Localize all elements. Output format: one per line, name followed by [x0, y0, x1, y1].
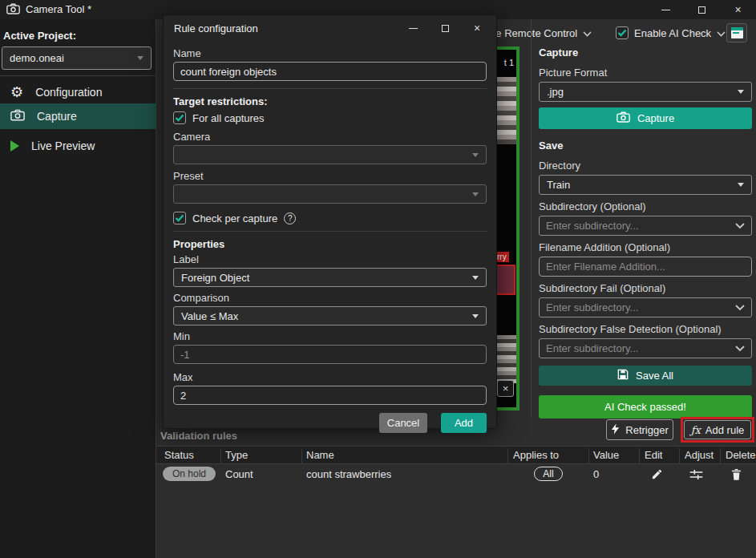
dialog-title: Rule configuration	[174, 22, 258, 34]
delete-button[interactable]	[731, 468, 742, 483]
edit-button[interactable]	[651, 468, 663, 483]
divider	[173, 231, 487, 232]
checkbox-checked-icon[interactable]	[616, 26, 629, 39]
sidebar-divider	[0, 75, 156, 76]
rule-name: count strawberries	[306, 468, 391, 480]
lightning-icon	[611, 423, 620, 437]
rules-table-header: Status Type Name Applies to Value Edit A…	[156, 446, 756, 464]
capture-save-panel: Capture Picture Format .jpg Capture Save…	[539, 46, 752, 418]
label-label: Label	[173, 253, 487, 265]
add-rule-button[interactable]: ƒx Add rule	[684, 420, 751, 439]
comparison-select-value: Value ≤ Max	[181, 310, 238, 322]
close-icon: ×	[474, 22, 480, 34]
chevron-down-icon	[583, 27, 592, 39]
gear-icon: ⚙	[10, 85, 23, 99]
save-all-button[interactable]: Save All	[539, 366, 752, 386]
col-edit: Edit	[645, 449, 662, 461]
filename-addition-input[interactable]	[539, 257, 752, 277]
ai-check-status-badge: AI Check passed!	[539, 395, 752, 418]
sidebar: Active Project: demo.oneai ⚙ Configurati…	[0, 19, 156, 558]
filename-addition-field-wrap	[539, 257, 752, 277]
add-button[interactable]: Add	[441, 413, 487, 433]
col-value: Value	[593, 449, 619, 461]
sidebar-item-capture[interactable]: Capture	[0, 103, 156, 129]
col-adjust: Adjust	[685, 449, 714, 461]
subdirectory-false-detection-combo[interactable]: Enter subdirectory...	[539, 338, 752, 358]
label-select[interactable]: Foreign Object	[173, 268, 487, 287]
preview-close-button[interactable]: ×	[497, 380, 514, 397]
capture-button[interactable]: Capture	[539, 107, 752, 129]
comparison-label: Comparison	[173, 292, 487, 304]
subdirectory-fail-placeholder: Enter subdirectory...	[546, 301, 638, 313]
col-name: Name	[306, 449, 334, 461]
chevron-down-icon	[738, 183, 744, 187]
rule-type: Count	[225, 468, 253, 480]
directory-select[interactable]: Train	[539, 175, 752, 195]
window-maximize-button[interactable]	[684, 0, 720, 19]
rule-name-input[interactable]	[173, 62, 487, 81]
col-delete: Delete	[726, 449, 756, 461]
window-close-button[interactable]: ×	[720, 0, 756, 19]
subdirectory-fail-label: Subdirectory Fail (Optional)	[539, 282, 752, 294]
chevron-down-icon	[738, 90, 744, 94]
max-label: Max	[173, 371, 487, 383]
panel-icon	[731, 27, 743, 38]
camera-icon	[617, 111, 630, 125]
sidebar-item-configuration[interactable]: ⚙ Configuration	[0, 80, 156, 104]
panel-toggle-icon[interactable]	[726, 23, 747, 42]
project-select-value: demo.oneai	[10, 52, 64, 64]
applies-to-badge: All	[534, 467, 563, 481]
for-all-captures-checkbox-row[interactable]: For all captures	[173, 111, 487, 125]
sidebar-item-live-preview[interactable]: Live Preview	[0, 134, 156, 158]
name-label: Name	[173, 47, 487, 59]
preset-select[interactable]	[173, 184, 487, 204]
check-per-capture-checkbox-row[interactable]: Check per capture ?	[173, 211, 487, 225]
for-all-captures-label: For all captures	[192, 112, 265, 124]
rule-value: 0	[593, 468, 599, 480]
subdirectory-placeholder: Enter subdirectory...	[546, 220, 638, 232]
chevron-down-icon	[735, 305, 745, 311]
active-project-label: Active Project:	[3, 30, 76, 42]
min-input[interactable]	[173, 345, 487, 364]
cancel-label: Cancel	[387, 417, 419, 429]
divider	[173, 88, 487, 89]
question-circle-icon[interactable]: ?	[284, 212, 296, 224]
check-per-capture-label: Check per capture	[192, 212, 277, 224]
adjust-button[interactable]	[689, 469, 703, 483]
chevron-down-icon	[735, 346, 745, 352]
maximize-icon	[698, 6, 705, 14]
subdirectory-combo[interactable]: Enter subdirectory...	[539, 216, 752, 236]
checkbox-checked-icon[interactable]	[173, 111, 186, 124]
window-controls: ×	[648, 0, 756, 19]
cancel-button[interactable]: Cancel	[379, 413, 427, 433]
directory-value: Train	[547, 179, 570, 191]
subdirectory-fail-combo[interactable]: Enter subdirectory...	[539, 297, 752, 317]
dialog-minimize-button[interactable]	[397, 18, 429, 38]
col-type: Type	[225, 449, 248, 461]
subdirectory-false-detection-placeholder: Enter subdirectory...	[546, 342, 638, 354]
ai-check-status-label: AI Check passed!	[604, 401, 686, 413]
window-minimize-button[interactable]	[648, 0, 684, 19]
app-window: Camera Tool * × Active Project: demo.one…	[0, 0, 756, 558]
add-rule-label: Add rule	[705, 424, 744, 436]
add-label: Add	[455, 417, 473, 429]
remote-control-toggle[interactable]: able Remote Control	[482, 26, 592, 40]
dialog-maximize-button[interactable]	[429, 18, 461, 38]
floppy-icon	[617, 369, 629, 382]
dialog-close-button[interactable]: ×	[461, 18, 493, 38]
project-select[interactable]: demo.oneai	[2, 46, 152, 70]
max-input[interactable]	[173, 386, 487, 405]
save-heading: Save	[539, 140, 752, 152]
retrigger-button[interactable]: Retrigger	[606, 419, 673, 440]
enable-ai-check-label: Enable AI Check	[634, 27, 711, 39]
checkbox-checked-icon[interactable]	[173, 212, 186, 224]
table-row[interactable]: On hold Count count strawberries All 0	[156, 465, 756, 484]
status-badge: On hold	[163, 467, 216, 481]
camera-select[interactable]	[173, 145, 487, 164]
comparison-select[interactable]: Value ≤ Max	[173, 306, 487, 326]
add-rule-highlight: ƒx Add rule	[681, 417, 754, 443]
picture-format-select[interactable]: .jpg	[539, 82, 752, 102]
camera-icon	[10, 109, 25, 123]
enable-ai-check-toggle[interactable]: Enable AI Check	[616, 26, 726, 40]
chevron-down-icon	[717, 27, 726, 39]
